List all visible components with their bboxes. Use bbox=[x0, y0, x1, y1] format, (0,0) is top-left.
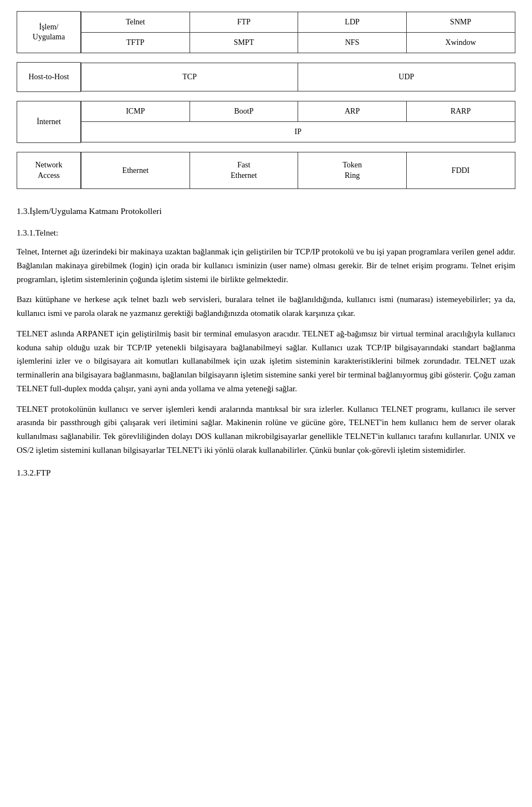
section-1-3-2-title: 1.3.2.FTP bbox=[17, 466, 515, 480]
protocol-token-ring: TokenRing bbox=[298, 152, 407, 188]
protocol-bootp: BootP bbox=[190, 101, 298, 122]
section-1-3-title: 1.3.İşlem/Uygulama Katmanı Protokolleri bbox=[17, 205, 515, 218]
layer-host-to-host: Host-to-Host bbox=[17, 63, 81, 91]
content-area: 1.3.İşlem/Uygulama Katmanı Protokolleri … bbox=[17, 205, 515, 479]
section-1-3-1-title: 1.3.1.Telnet: bbox=[17, 226, 515, 239]
protocol-ethernet: Ethernet bbox=[81, 152, 190, 188]
protocol-fast-ethernet: FastEthernet bbox=[190, 152, 298, 188]
protocol-smpt: SMPT bbox=[190, 32, 298, 53]
protocol-xwindow: Xwindow bbox=[406, 32, 515, 53]
protocol-icmp: ICMP bbox=[81, 101, 190, 122]
protocol-snmp: SNMP bbox=[406, 12, 515, 32]
network-diagram: İşlem/Uygulama Telnet FTP LDP SNMP TFTP … bbox=[17, 11, 515, 189]
protocol-ldp: LDP bbox=[298, 12, 407, 32]
paragraph-2: Bazı kütüphane ve herkese açık telnet ba… bbox=[17, 293, 515, 320]
paragraph-3: TELNET aslında ARPANET için geliştirilmi… bbox=[17, 327, 515, 396]
protocol-fddi: FDDI bbox=[406, 152, 515, 188]
protocol-arp: ARP bbox=[298, 101, 407, 122]
paragraph-1: Telnet, Internet ağı üzerindeki bir maki… bbox=[17, 245, 515, 286]
protocol-telnet: Telnet bbox=[81, 12, 190, 32]
protocol-nfs: NFS bbox=[298, 32, 407, 53]
paragraph-4: TELNET protokolünün kullanıcı ve server … bbox=[17, 402, 515, 457]
protocol-tftp: TFTP bbox=[81, 32, 190, 53]
protocol-ip: IP bbox=[81, 122, 515, 142]
protocol-tcp: TCP bbox=[81, 63, 298, 91]
protocol-ftp: FTP bbox=[190, 12, 298, 32]
layer-network-access: NetworkAccess bbox=[17, 152, 81, 188]
layer-internet: İnternet bbox=[17, 101, 81, 142]
protocol-udp: UDP bbox=[298, 63, 515, 91]
layer-islem: İşlem/Uygulama bbox=[17, 12, 81, 53]
protocol-rarp: RARP bbox=[406, 101, 515, 122]
